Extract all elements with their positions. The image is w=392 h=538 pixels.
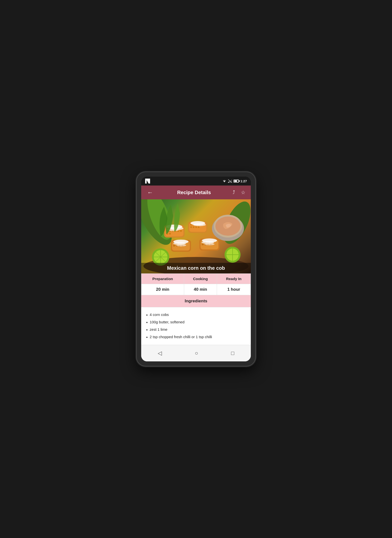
prep-header: Preparation <box>141 274 184 284</box>
bullet-icon: • <box>146 313 148 317</box>
app-title: Recipe Details <box>157 190 231 195</box>
timing-table: Preparation Cooking Ready In 20 min 40 m… <box>141 273 251 295</box>
svg-rect-50 <box>193 226 194 228</box>
food-illustration <box>141 199 251 273</box>
top-actions: ⤴ ☆ <box>231 188 247 197</box>
list-item: • 4 corn cobs <box>146 311 246 319</box>
notification-icon <box>145 179 150 184</box>
status-bar: 1:27 <box>141 177 251 186</box>
top-bar: ← Recipe Details ⤴ ☆ <box>141 186 251 199</box>
recent-nav-button[interactable]: □ <box>226 348 239 358</box>
app-screen: ← Recipe Details ⤴ ☆ <box>141 186 251 361</box>
ingredients-header: Ingredients <box>141 295 251 307</box>
battery-icon <box>234 180 239 183</box>
ingredient-text: 4 corn cobs <box>150 312 169 317</box>
recipe-name-overlay: Mexican corn on the cob <box>141 263 251 273</box>
cooking-header: Cooking <box>184 274 217 284</box>
bottom-navigation: ◁ ○ □ <box>141 345 251 361</box>
svg-rect-62 <box>173 245 175 246</box>
svg-rect-49 <box>190 226 192 228</box>
svg-rect-0 <box>228 182 229 183</box>
svg-rect-35 <box>180 230 182 232</box>
home-nav-button[interactable]: ○ <box>190 348 203 358</box>
share-button[interactable]: ⤴ <box>231 188 236 197</box>
bookmark-button[interactable]: ☆ <box>239 188 247 197</box>
svg-point-54 <box>193 223 206 226</box>
svg-rect-76 <box>202 244 203 245</box>
list-item: • 2 tsp chopped fresh chilli or 1 tsp ch… <box>146 333 246 341</box>
back-nav-button[interactable]: ◁ <box>153 348 167 358</box>
bullet-icon: • <box>146 335 148 340</box>
bullet-icon: • <box>146 320 148 325</box>
bullet-icon: • <box>146 328 148 332</box>
svg-rect-52 <box>198 226 199 228</box>
ingredients-list: • 4 corn cobs • 100g butter, softened • … <box>141 307 251 345</box>
list-item: • zest 1 lime <box>146 326 246 333</box>
device-screen: 1:27 ← Recipe Details ⤴ ☆ <box>141 177 251 361</box>
ingredient-text: 2 tsp chopped fresh chilli or 1 tsp chil… <box>150 335 212 339</box>
ingredient-text: 100g butter, softened <box>150 320 184 324</box>
recipe-name: Mexican corn on the cob <box>167 265 225 271</box>
device-frame: 1:27 ← Recipe Details ⤴ ☆ <box>137 172 255 366</box>
prep-value: 20 min <box>141 284 184 295</box>
wifi-icon <box>222 179 227 183</box>
ingredient-text: zest 1 lime <box>150 327 167 331</box>
status-time: 1:27 <box>240 179 247 183</box>
svg-rect-51 <box>195 226 197 228</box>
back-button[interactable]: ← <box>145 187 155 198</box>
svg-point-68 <box>176 244 186 246</box>
signal-icon <box>228 179 232 183</box>
cooking-value: 40 min <box>184 284 217 295</box>
status-right: 1:27 <box>222 179 247 183</box>
svg-point-82 <box>204 243 215 245</box>
svg-rect-1 <box>229 181 230 183</box>
ready-header: Ready In <box>217 274 251 284</box>
status-left <box>145 179 150 184</box>
svg-rect-37 <box>169 233 171 234</box>
ready-value: 1 hour <box>217 284 251 295</box>
list-item: • 100g butter, softened <box>146 319 246 326</box>
food-image: Mexican corn on the cob <box>141 199 251 273</box>
